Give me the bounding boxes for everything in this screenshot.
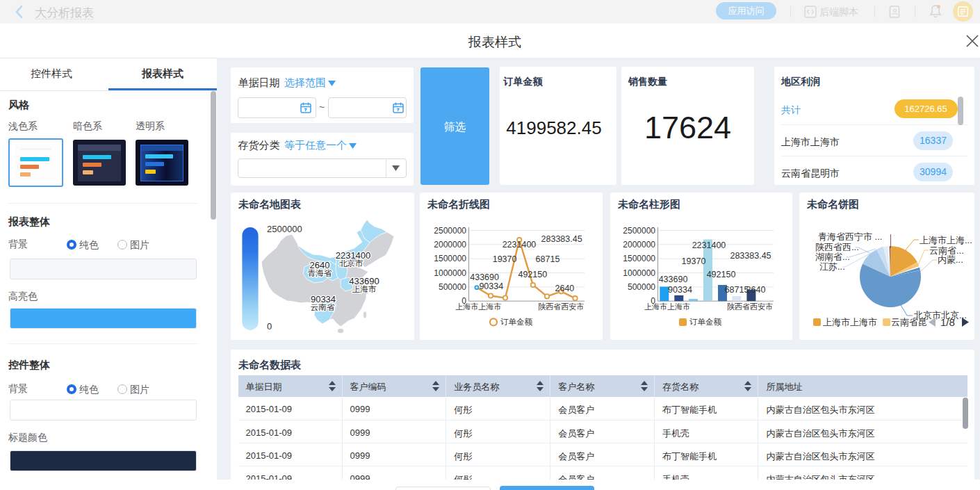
svg-text:433690: 433690 [659,275,688,284]
svg-text:19370: 19370 [493,254,517,264]
svg-text:江苏...: 江苏... [819,261,845,272]
svg-text:内蒙...: 内蒙... [938,254,963,265]
svg-text:68715: 68715 [725,285,749,295]
svg-text:2231400: 2231400 [692,240,726,250]
svg-text:1/8: 1/8 [940,316,955,328]
svg-text:青海省: 青海省 [307,269,332,277]
svg-text:云南省昆: 云南省昆 [891,317,927,327]
svg-text:陕西省西安市: 陕西省西安市 [727,302,773,311]
svg-text:68715: 68715 [536,254,560,264]
svg-text:上海市上海市: 上海市上海市 [644,302,690,311]
svg-text:500000: 500000 [628,282,655,292]
svg-text:北京市: 北京市 [339,259,364,268]
svg-text:2000000: 2000000 [434,240,466,250]
svg-text:2640: 2640 [746,285,766,295]
svg-text:1500000: 1500000 [434,254,466,263]
svg-text:上海市上海市: 上海市上海市 [823,317,877,327]
svg-text:2500000: 2500000 [434,226,466,236]
svg-text:500000: 500000 [439,282,466,292]
svg-text:2500000: 2500000 [623,226,655,236]
svg-text:90334: 90334 [479,281,503,291]
svg-text:2231400: 2231400 [503,240,537,250]
svg-text:湖南省...: 湖南省... [815,252,850,262]
svg-text:283383.45: 283383.45 [541,234,582,244]
svg-text:上海市上海...: 上海市上海... [920,235,972,245]
svg-text:492150: 492150 [707,270,736,279]
svg-text:上海市上海市: 上海市上海市 [455,302,501,311]
svg-text:上海市: 上海市 [352,285,377,293]
svg-text:492150: 492150 [518,270,547,279]
svg-text:1000000: 1000000 [434,268,466,278]
svg-text:2000000: 2000000 [623,240,655,250]
svg-text:2500000: 2500000 [267,224,302,234]
svg-text:陕西省西...: 陕西省西... [815,242,859,252]
svg-text:0: 0 [267,321,272,332]
svg-text:陕西省西安市: 陕西省西安市 [538,302,584,311]
svg-text:1000000: 1000000 [623,268,655,278]
svg-text:订单金额: 订单金额 [689,318,722,326]
svg-text:2640: 2640 [555,284,574,293]
svg-text:19370: 19370 [682,256,706,266]
svg-text:1500000: 1500000 [623,254,655,263]
svg-text:青海省西宁市 ...: 青海省西宁市 ... [818,231,882,242]
svg-text:云南省: 云南省 [311,303,335,311]
svg-text:90334: 90334 [668,285,692,295]
svg-text:283383.45: 283383.45 [730,251,771,261]
svg-text:订单金额: 订单金额 [500,318,533,326]
